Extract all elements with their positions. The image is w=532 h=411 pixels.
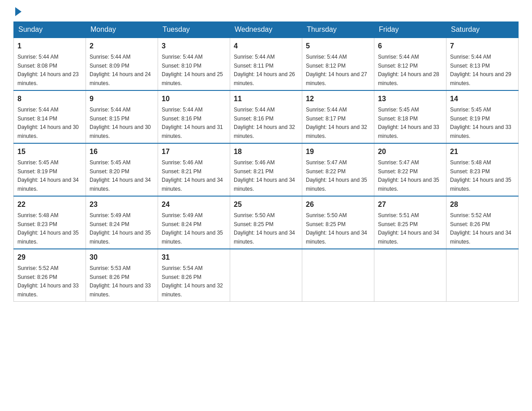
day-info: Sunrise: 5:54 AMSunset: 8:26 PMDaylight:… [162,265,223,298]
day-number: 23 [90,199,154,210]
week-row-3: 15 Sunrise: 5:45 AMSunset: 8:19 PMDaylig… [14,143,519,196]
logo-triangle-icon [15,7,21,16]
day-number: 16 [90,146,154,157]
day-info: Sunrise: 5:44 AMSunset: 8:12 PMDaylight:… [378,54,439,86]
day-info: Sunrise: 5:45 AMSunset: 8:19 PMDaylight:… [17,159,79,192]
day-cell: 2 Sunrise: 5:44 AMSunset: 8:09 PMDayligh… [86,38,158,90]
day-number: 14 [450,94,515,104]
day-cell: 9 Sunrise: 5:44 AMSunset: 8:15 PMDayligh… [86,90,158,143]
day-number: 12 [306,94,370,104]
logo[interactable] [13,9,21,14]
day-info: Sunrise: 5:50 AMSunset: 8:25 PMDaylight:… [306,212,367,245]
day-cell: 13 Sunrise: 5:45 AMSunset: 8:18 PMDaylig… [374,90,446,143]
day-number: 20 [378,146,442,157]
day-number: 6 [378,41,442,51]
day-info: Sunrise: 5:52 AMSunset: 8:26 PMDaylight:… [450,212,511,245]
day-number: 5 [306,41,370,51]
day-number: 28 [450,199,515,210]
day-number: 2 [90,41,154,51]
header-thursday: Thursday [302,22,374,38]
day-cell: 1 Sunrise: 5:44 AMSunset: 8:08 PMDayligh… [14,38,86,90]
day-info: Sunrise: 5:44 AMSunset: 8:08 PMDaylight:… [17,54,79,86]
day-info: Sunrise: 5:44 AMSunset: 8:11 PMDaylight:… [234,54,295,86]
day-cell: 10 Sunrise: 5:44 AMSunset: 8:16 PMDaylig… [158,90,230,143]
day-number: 4 [234,41,298,51]
day-cell: 14 Sunrise: 5:45 AMSunset: 8:19 PMDaylig… [446,90,519,143]
week-row-2: 8 Sunrise: 5:44 AMSunset: 8:14 PMDayligh… [14,90,519,143]
day-cell: 4 Sunrise: 5:44 AMSunset: 8:11 PMDayligh… [230,38,302,90]
header-wednesday: Wednesday [230,22,302,38]
day-info: Sunrise: 5:44 AMSunset: 8:13 PMDaylight:… [450,54,511,86]
header-tuesday: Tuesday [158,22,230,38]
day-cell: 6 Sunrise: 5:44 AMSunset: 8:12 PMDayligh… [374,38,446,90]
day-info: Sunrise: 5:44 AMSunset: 8:12 PMDaylight:… [306,54,367,86]
calendar-table: SundayMondayTuesdayWednesdayThursdayFrid… [13,21,519,302]
day-number: 21 [450,146,515,157]
day-cell: 24 Sunrise: 5:49 AMSunset: 8:24 PMDaylig… [158,196,230,249]
day-number: 27 [378,199,442,210]
day-info: Sunrise: 5:45 AMSunset: 8:18 PMDaylight:… [378,107,439,139]
day-info: Sunrise: 5:49 AMSunset: 8:24 PMDaylight:… [90,212,151,245]
day-cell: 22 Sunrise: 5:48 AMSunset: 8:23 PMDaylig… [14,196,86,249]
week-row-5: 29 Sunrise: 5:52 AMSunset: 8:26 PMDaylig… [14,249,519,302]
header-friday: Friday [374,22,446,38]
day-info: Sunrise: 5:48 AMSunset: 8:23 PMDaylight:… [450,159,511,192]
page-header [13,9,519,14]
day-cell: 16 Sunrise: 5:45 AMSunset: 8:20 PMDaylig… [86,143,158,196]
day-cell: 5 Sunrise: 5:44 AMSunset: 8:12 PMDayligh… [302,38,374,90]
day-cell: 7 Sunrise: 5:44 AMSunset: 8:13 PMDayligh… [446,38,519,90]
day-info: Sunrise: 5:46 AMSunset: 8:21 PMDaylight:… [162,159,223,192]
day-number: 31 [162,252,226,263]
day-cell: 23 Sunrise: 5:49 AMSunset: 8:24 PMDaylig… [86,196,158,249]
day-cell: 3 Sunrise: 5:44 AMSunset: 8:10 PMDayligh… [158,38,230,90]
day-number: 26 [306,199,370,210]
day-number: 15 [17,146,82,157]
day-info: Sunrise: 5:46 AMSunset: 8:21 PMDaylight:… [234,159,295,192]
day-cell: 27 Sunrise: 5:51 AMSunset: 8:25 PMDaylig… [374,196,446,249]
day-cell: 20 Sunrise: 5:47 AMSunset: 8:22 PMDaylig… [374,143,446,196]
day-number: 22 [17,199,82,210]
day-cell [446,249,519,302]
day-cell: 19 Sunrise: 5:47 AMSunset: 8:22 PMDaylig… [302,143,374,196]
day-number: 24 [162,199,226,210]
day-info: Sunrise: 5:45 AMSunset: 8:19 PMDaylight:… [450,107,511,139]
day-cell: 17 Sunrise: 5:46 AMSunset: 8:21 PMDaylig… [158,143,230,196]
day-info: Sunrise: 5:52 AMSunset: 8:26 PMDaylight:… [17,265,79,298]
day-number: 18 [234,146,298,157]
header-monday: Monday [86,22,158,38]
day-info: Sunrise: 5:53 AMSunset: 8:26 PMDaylight:… [90,265,151,298]
day-cell [374,249,446,302]
day-cell: 8 Sunrise: 5:44 AMSunset: 8:14 PMDayligh… [14,90,86,143]
day-info: Sunrise: 5:44 AMSunset: 8:16 PMDaylight:… [234,107,295,139]
day-number: 10 [162,94,226,104]
day-cell: 29 Sunrise: 5:52 AMSunset: 8:26 PMDaylig… [14,249,86,302]
calendar-header-row: SundayMondayTuesdayWednesdayThursdayFrid… [14,22,519,38]
week-row-1: 1 Sunrise: 5:44 AMSunset: 8:08 PMDayligh… [14,38,519,90]
day-number: 13 [378,94,442,104]
day-cell: 15 Sunrise: 5:45 AMSunset: 8:19 PMDaylig… [14,143,86,196]
day-cell [230,249,302,302]
header-saturday: Saturday [446,22,519,38]
day-number: 25 [234,199,298,210]
day-cell: 31 Sunrise: 5:54 AMSunset: 8:26 PMDaylig… [158,249,230,302]
day-info: Sunrise: 5:48 AMSunset: 8:23 PMDaylight:… [17,212,79,245]
day-cell: 26 Sunrise: 5:50 AMSunset: 8:25 PMDaylig… [302,196,374,249]
day-info: Sunrise: 5:44 AMSunset: 8:09 PMDaylight:… [90,54,151,86]
day-info: Sunrise: 5:45 AMSunset: 8:20 PMDaylight:… [90,159,151,192]
day-info: Sunrise: 5:44 AMSunset: 8:10 PMDaylight:… [162,54,223,86]
day-number: 3 [162,41,226,51]
day-number: 11 [234,94,298,104]
day-number: 19 [306,146,370,157]
week-row-4: 22 Sunrise: 5:48 AMSunset: 8:23 PMDaylig… [14,196,519,249]
day-number: 17 [162,146,226,157]
day-cell: 28 Sunrise: 5:52 AMSunset: 8:26 PMDaylig… [446,196,519,249]
day-number: 7 [450,41,515,51]
day-info: Sunrise: 5:47 AMSunset: 8:22 PMDaylight:… [306,159,367,192]
day-cell: 18 Sunrise: 5:46 AMSunset: 8:21 PMDaylig… [230,143,302,196]
day-number: 1 [17,41,82,51]
day-number: 29 [17,252,82,263]
day-cell: 11 Sunrise: 5:44 AMSunset: 8:16 PMDaylig… [230,90,302,143]
day-cell: 21 Sunrise: 5:48 AMSunset: 8:23 PMDaylig… [446,143,519,196]
day-number: 8 [17,94,82,104]
day-cell: 25 Sunrise: 5:50 AMSunset: 8:25 PMDaylig… [230,196,302,249]
